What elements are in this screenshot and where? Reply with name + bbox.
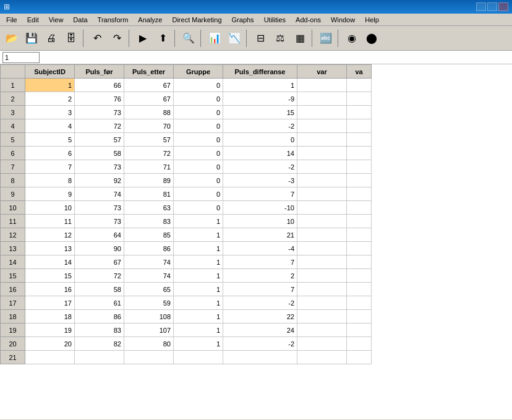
cell-gruppe[interactable]: 0	[174, 187, 223, 201]
cell-gruppe[interactable]: 0	[174, 106, 223, 119]
menu-item-add-ons[interactable]: Add-ons	[291, 15, 326, 25]
cell-var[interactable]	[297, 324, 347, 337]
cell-gruppe[interactable]: 0	[174, 201, 223, 215]
cell-puls_for[interactable]: 57	[75, 133, 124, 147]
cell-va[interactable]	[347, 255, 372, 269]
cell-puls_diff[interactable]: -10	[223, 201, 297, 215]
cell-puls_etter[interactable]: 80	[124, 337, 174, 351]
cell-puls_etter[interactable]: 72	[124, 147, 174, 160]
cell-puls_etter[interactable]: 74	[124, 269, 174, 283]
value-labels[interactable]: 🔤	[317, 29, 335, 48]
save-button[interactable]: 💾	[22, 29, 41, 48]
cell-subjectid[interactable]: 16	[25, 283, 75, 296]
cell-va[interactable]	[347, 119, 372, 133]
cell-puls_etter[interactable]: 67	[124, 92, 174, 106]
cell-puls_diff[interactable]: 2	[223, 269, 297, 283]
cell-gruppe[interactable]: 1	[174, 242, 223, 255]
cell-puls_for[interactable]: 82	[75, 337, 124, 351]
minimize-button[interactable]	[476, 2, 486, 11]
cell-puls_etter[interactable]: 63	[124, 201, 174, 215]
insert-var[interactable]: ⬆	[153, 29, 172, 48]
close-button[interactable]	[498, 2, 508, 11]
cell-subjectid[interactable]: 20	[25, 337, 75, 351]
cell-gruppe[interactable]: 0	[174, 133, 223, 147]
cell-puls_etter[interactable]: 81	[124, 187, 174, 201]
cell-va[interactable]	[347, 310, 372, 324]
cell-puls_diff[interactable]: 7	[223, 255, 297, 269]
cell-var[interactable]	[297, 255, 347, 269]
cell-subjectid[interactable]: 11	[25, 215, 75, 228]
cell-var[interactable]	[297, 228, 347, 242]
cell-var[interactable]	[297, 310, 347, 324]
menu-item-graphs[interactable]: Graphs	[227, 15, 259, 25]
cell-subjectid[interactable]: 6	[25, 147, 75, 160]
cell-puls_diff[interactable]: -3	[223, 174, 297, 187]
cell-va[interactable]	[347, 79, 372, 92]
cell-gruppe[interactable]: 1	[174, 283, 223, 296]
cell-reference-input[interactable]	[2, 52, 40, 63]
cell-puls_for[interactable]: 74	[75, 187, 124, 201]
cell-puls_etter[interactable]: 71	[124, 160, 174, 174]
menu-item-analyze[interactable]: Analyze	[133, 15, 167, 25]
cell-puls_etter[interactable]: 70	[124, 119, 174, 133]
cell-var[interactable]	[297, 242, 347, 255]
cell-puls_etter[interactable]: 107	[124, 324, 174, 337]
cell-puls_etter[interactable]: 86	[124, 242, 174, 255]
col-header-var[interactable]: var	[297, 65, 347, 79]
cell-puls_diff[interactable]: -2	[223, 296, 297, 310]
cell-puls_for[interactable]: 83	[75, 324, 124, 337]
cell-puls_diff[interactable]: 10	[223, 215, 297, 228]
cell-gruppe[interactable]: 0	[174, 160, 223, 174]
cell-var[interactable]	[297, 283, 347, 296]
cell-puls_for[interactable]: 66	[75, 79, 124, 92]
cell-puls_diff[interactable]: -2	[223, 337, 297, 351]
cell-var[interactable]	[297, 106, 347, 119]
col-header-subjectid[interactable]: SubjectID	[25, 65, 75, 79]
cell-subjectid[interactable]: 15	[25, 269, 75, 283]
cell-puls_for[interactable]: 58	[75, 147, 124, 160]
cell-va[interactable]	[347, 296, 372, 310]
cell-var[interactable]	[297, 79, 347, 92]
cell-gruppe[interactable]: 1	[174, 337, 223, 351]
cell-var[interactable]	[297, 269, 347, 283]
cell-puls_for[interactable]: 86	[75, 310, 124, 324]
cell-va[interactable]	[347, 228, 372, 242]
cell-subjectid[interactable]: 2	[25, 92, 75, 106]
cell-puls_diff[interactable]: 7	[223, 187, 297, 201]
cell-gruppe[interactable]: 1	[174, 296, 223, 310]
go-to-case[interactable]: ▶	[134, 29, 152, 48]
col-header-va[interactable]: va	[347, 65, 372, 79]
find-button[interactable]: 🔍	[179, 29, 198, 48]
cell-va[interactable]	[347, 160, 372, 174]
cell-puls_diff[interactable]: 0	[223, 133, 297, 147]
cell-puls_etter[interactable]: 108	[124, 310, 174, 324]
menu-item-transform[interactable]: Transform	[93, 15, 134, 25]
cell-puls_for[interactable]: 90	[75, 242, 124, 255]
cell-var[interactable]	[297, 337, 347, 351]
cell-puls_diff[interactable]: -4	[223, 242, 297, 255]
menu-item-data[interactable]: Data	[68, 15, 92, 25]
col-header-puls_diff[interactable]: Puls_differanse	[223, 65, 297, 79]
cell-puls_for[interactable]: 67	[75, 255, 124, 269]
cell-puls_diff[interactable]: 14	[223, 147, 297, 160]
cell-subjectid[interactable]: 5	[25, 133, 75, 147]
cell-puls_etter[interactable]: 74	[124, 255, 174, 269]
cell-puls_etter[interactable]: 65	[124, 283, 174, 296]
cell-var[interactable]	[297, 160, 347, 174]
cell-subjectid[interactable]: 12	[25, 228, 75, 242]
cell-var[interactable]	[297, 174, 347, 187]
cell-puls_diff[interactable]: 15	[223, 106, 297, 119]
weight-cases[interactable]: ⚖	[271, 29, 289, 48]
cell-gruppe[interactable]: 1	[174, 228, 223, 242]
cell-var[interactable]	[297, 201, 347, 215]
cell-puls_diff[interactable]: -2	[223, 119, 297, 133]
cell-puls_diff[interactable]: 7	[223, 283, 297, 296]
print-button[interactable]: 🖨	[42, 29, 61, 48]
cell-var[interactable]	[297, 187, 347, 201]
cell-puls_etter[interactable]: 57	[124, 133, 174, 147]
options2[interactable]: ⬤	[362, 29, 381, 48]
cell-subjectid[interactable]: 8	[25, 174, 75, 187]
cell-gruppe[interactable]	[174, 351, 223, 364]
menu-item-view[interactable]: View	[44, 15, 69, 25]
cell-va[interactable]	[347, 215, 372, 228]
